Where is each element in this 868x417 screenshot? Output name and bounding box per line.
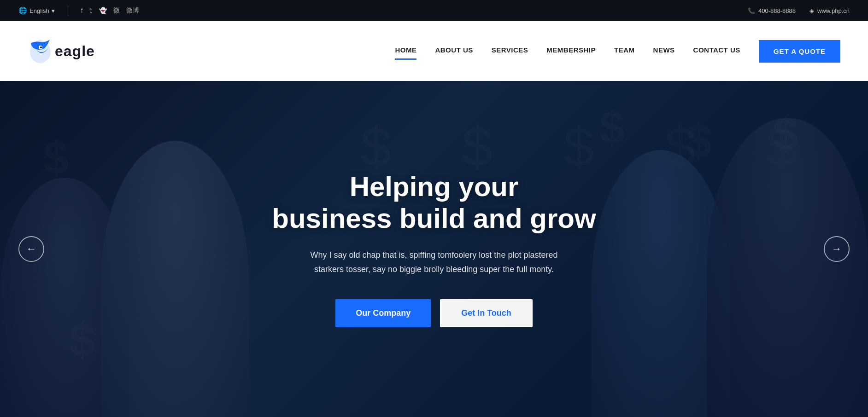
logo[interactable]: eagle bbox=[28, 37, 95, 65]
hero-title-line1: Helping your bbox=[350, 171, 519, 202]
divider bbox=[68, 6, 68, 16]
facebook-icon[interactable]: f bbox=[81, 7, 83, 14]
main-nav: HOME ABOUT US SERVICES MEMBERSHIP TEAM N… bbox=[395, 40, 840, 63]
nav-home[interactable]: HOME bbox=[395, 46, 416, 56]
nav-contact-us[interactable]: CONTACT US bbox=[693, 46, 740, 56]
nav-services[interactable]: SERVICES bbox=[492, 46, 528, 56]
nav-about-us[interactable]: ABOUT US bbox=[435, 46, 473, 56]
website-url: www.php.cn bbox=[817, 7, 850, 14]
language-label: English bbox=[29, 7, 49, 14]
top-bar: 🌐 English ▾ f 𝕥 👻 微 微博 📞 400-888-8888 ◈ … bbox=[0, 0, 868, 21]
snapchat-icon[interactable]: 👻 bbox=[99, 7, 107, 14]
hero-buttons: Our Company Get In Touch bbox=[272, 299, 596, 327]
language-arrow: ▾ bbox=[52, 7, 55, 14]
carousel-next-button[interactable]: → bbox=[824, 236, 850, 262]
arrow-right-icon: → bbox=[832, 243, 842, 255]
weibo-icon[interactable]: 微博 bbox=[126, 6, 139, 15]
top-bar-right: 📞 400-888-8888 ◈ www.php.cn bbox=[748, 7, 850, 14]
website-contact: ◈ www.php.cn bbox=[809, 7, 850, 14]
nav-membership[interactable]: MEMBERSHIP bbox=[546, 46, 596, 56]
nav-news[interactable]: NEWS bbox=[653, 46, 675, 56]
logo-text: eagle bbox=[55, 43, 95, 60]
logo-eagle-icon bbox=[28, 37, 53, 65]
language-selector[interactable]: 🌐 English ▾ bbox=[18, 6, 55, 15]
website-icon: ◈ bbox=[809, 7, 814, 14]
top-bar-left: 🌐 English ▾ f 𝕥 👻 微 微博 bbox=[18, 6, 139, 16]
header: eagle HOME ABOUT US SERVICES MEMBERSHIP … bbox=[0, 21, 868, 81]
phone-icon: 📞 bbox=[748, 7, 755, 14]
arrow-left-icon: ← bbox=[26, 243, 36, 255]
nav-team[interactable]: TEAM bbox=[614, 46, 635, 56]
twitter-icon[interactable]: 𝕥 bbox=[89, 7, 93, 14]
svg-point-1 bbox=[40, 46, 42, 48]
carousel-prev-button[interactable]: ← bbox=[18, 236, 44, 262]
phone-contact: 📞 400-888-8888 bbox=[748, 7, 796, 14]
get-quote-button[interactable]: GET A QUOTE bbox=[759, 40, 840, 63]
get-in-touch-button[interactable]: Get In Touch bbox=[440, 299, 533, 327]
social-links: f 𝕥 👻 微 微博 bbox=[81, 6, 139, 15]
globe-icon: 🌐 bbox=[18, 6, 27, 15]
phone-number: 400-888-8888 bbox=[758, 7, 796, 14]
hero-title-line2: business build and grow bbox=[272, 203, 596, 234]
hero-title: Helping your business build and grow bbox=[272, 171, 596, 234]
our-company-button[interactable]: Our Company bbox=[335, 299, 431, 327]
hero-content: Helping your business build and grow Why… bbox=[263, 171, 605, 327]
hero-section: $ $ $ $ $ ← Helping your business build … bbox=[0, 81, 868, 417]
hero-subtitle: Why I say old chap that is, spiffing tom… bbox=[272, 248, 596, 276]
wechat-icon[interactable]: 微 bbox=[113, 6, 120, 15]
